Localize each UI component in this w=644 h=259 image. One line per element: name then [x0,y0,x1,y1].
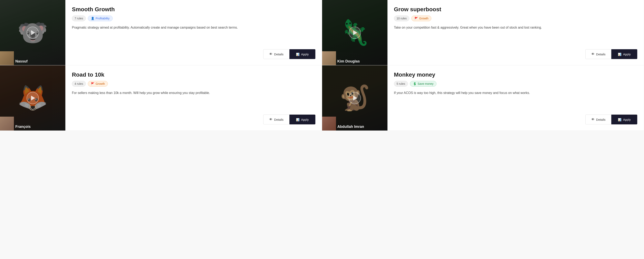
author-name: Nassuf [15,59,28,64]
eye-icon [591,52,594,56]
avatar-monkey-money [322,117,336,130]
card-actions: Details Apply [586,49,637,59]
author-name: François [15,124,31,129]
card-description: Pragmatic strategy aimed at profitabilit… [72,25,315,30]
author-name: Kim Douglas [338,59,360,64]
card-image-monkey-money: 🐒 Abdullah Imran [322,65,388,130]
avatar-image [0,51,14,65]
avatar-road-to-10k [0,117,14,130]
rules-badge: 4 rules [72,81,86,86]
rules-badge: 7 rules [72,16,86,21]
avatar-image [0,117,14,130]
rules-badge: 10 rules [394,16,410,21]
apply-button[interactable]: Apply [611,114,637,124]
play-icon [353,30,357,35]
card-monkey-money: 🐒 Abdullah Imran Monkey money 5 rules 💲 … [322,65,644,131]
card-grow-superboost: 🦎 Kim Douglas Grow superboost 10 rules 🚩… [322,0,644,65]
play-icon [31,96,35,100]
card-road-to-10k: 🦊 François Road to 10k 4 rules 🚩 Growth [0,65,322,131]
details-button[interactable]: Details [263,49,290,59]
eye-icon [269,118,272,121]
card-image-smooth-growth: 🐨 Nassuf [0,0,65,65]
category-badge: 👤 Profitability [88,16,112,21]
apply-button[interactable]: Apply [290,49,315,59]
play-icon [31,30,35,35]
tag-row: 4 rules 🚩 Growth [72,81,315,86]
tag-row: 5 rules 💲 Save money [394,81,638,86]
card-description: For sellers making less than 10k a month… [72,90,315,96]
play-button-smooth-growth[interactable] [26,26,39,39]
eye-icon [591,118,594,121]
tag-row: 10 rules 🚩 Growth [394,16,638,21]
details-button[interactable]: Details [586,49,612,59]
avatar-image [322,117,336,130]
category-badge: 🚩 Growth [411,16,432,21]
apply-button[interactable]: Apply [290,114,315,124]
card-actions: Details Apply [586,114,637,124]
details-button[interactable]: Details [263,114,290,124]
card-description: If your ACOS is way too high, this strat… [394,90,638,96]
category-icon: 👤 [91,17,94,20]
card-actions: Details Apply [263,114,315,124]
card-content-monkey-money: Monkey money 5 rules 💲 Save money If you… [388,65,644,130]
avatar-image [322,51,336,65]
card-title: Grow superboost [394,6,638,13]
category-badge: 🚩 Growth [88,81,108,86]
card-image-grow-superboost: 🦎 Kim Douglas [322,0,388,65]
category-badge: 💲 Save money [410,81,437,86]
card-content-grow-superboost: Grow superboost 10 rules 🚩 Growth Take o… [388,0,644,65]
play-button-monkey-money[interactable] [349,92,361,104]
card-title: Smooth Growth [72,6,315,13]
card-description: Take on your competition fast & aggressi… [394,25,638,30]
avatar-grow-superboost [322,51,336,65]
category-icon: 🚩 [91,82,94,86]
chart-icon [618,118,621,121]
details-button[interactable]: Details [586,114,612,124]
category-icon: 💲 [413,82,416,86]
chart-icon [296,52,300,56]
chart-icon [618,52,621,56]
author-name: Abdullah Imran [338,124,364,129]
eye-icon [269,52,272,56]
play-button-grow-superboost[interactable] [349,26,361,39]
play-button-road-to-10k[interactable] [26,92,39,104]
rules-badge: 5 rules [394,81,408,86]
card-content-road-to-10k: Road to 10k 4 rules 🚩 Growth For sellers… [65,65,322,130]
card-content-smooth-growth: Smooth Growth 7 rules 👤 Profitability Pr… [65,0,322,65]
category-icon: 🚩 [414,17,418,20]
apply-button[interactable]: Apply [611,49,637,59]
card-title: Monkey money [394,72,638,78]
card-image-road-to-10k: 🦊 François [0,65,65,130]
tag-row: 7 rules 👤 Profitability [72,16,315,21]
play-icon [353,96,357,100]
card-actions: Details Apply [263,49,315,59]
card-smooth-growth: 🐨 Nassuf Smooth Growth 7 rules 👤 Profita… [0,0,322,65]
card-title: Road to 10k [72,72,315,78]
chart-icon [296,118,300,121]
avatar-smooth-growth [0,51,14,65]
